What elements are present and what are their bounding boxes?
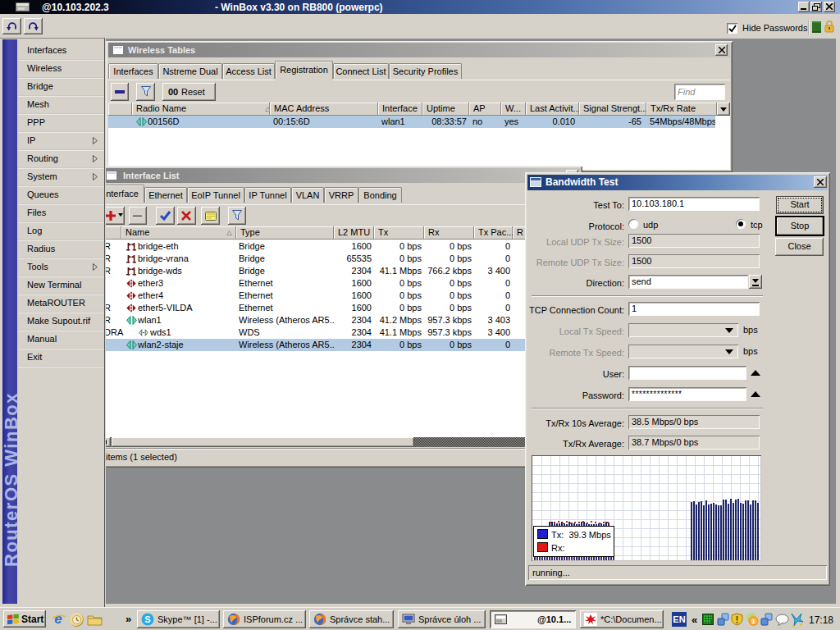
svg-text:e: e — [54, 611, 62, 627]
svg-text:1: 1 — [751, 618, 756, 625]
svg-text:S: S — [144, 614, 150, 624]
